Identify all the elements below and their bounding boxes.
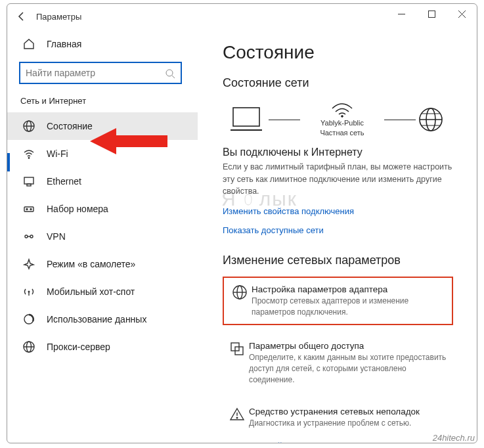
- option-title: Средство устранения сетевых неполадок: [249, 407, 451, 416]
- close-button[interactable]: [447, 4, 477, 24]
- svg-point-4: [166, 70, 173, 76]
- option-desc: Просмотр сетевых адаптеров и изменение п…: [252, 296, 448, 318]
- airplane-icon: [22, 258, 36, 270]
- connected-body: Если у вас лимитный тарифный план, вы мо…: [223, 161, 453, 196]
- sidebar-item-vpn[interactable]: VPN: [7, 223, 198, 250]
- sidebar-item-status[interactable]: Состояние: [7, 112, 198, 140]
- window-controls: [386, 4, 477, 24]
- main-content: Состояние Состояние сети Yablyk-Public Ч…: [204, 29, 477, 443]
- wifi-type: Частная сеть: [320, 129, 364, 137]
- connected-heading: Вы подключены к Интернету: [223, 146, 453, 158]
- nav-label: Режим «в самолете»: [47, 259, 135, 269]
- svg-point-26: [341, 116, 343, 118]
- sidebar-item-dialup[interactable]: Набор номера: [7, 195, 198, 223]
- option-title: Параметры общего доступа: [249, 341, 451, 351]
- svg-rect-10: [24, 177, 33, 184]
- window-title: Параметры: [36, 12, 81, 22]
- back-button[interactable]: [12, 11, 31, 22]
- nav-label: Wi-Fi: [47, 148, 68, 159]
- page-title: Состояние: [223, 42, 453, 63]
- minimize-button[interactable]: [386, 4, 416, 24]
- search-input[interactable]: Найти параметр: [19, 62, 182, 84]
- settings-window: Параметры Главная Найти параметр Сеть и …: [7, 3, 477, 443]
- datausage-icon: [22, 313, 36, 325]
- option-adapter-settings[interactable]: Настройка параметров адаптера Просмотр с…: [223, 277, 453, 326]
- option-sharing[interactable]: Параметры общего доступа Определите, к к…: [223, 336, 453, 390]
- network-diagram: Yablyk-Public Частная сеть: [223, 102, 453, 137]
- attribution: 24hitech.ru: [433, 433, 475, 443]
- svg-rect-25: [233, 108, 259, 126]
- link-change-connection-props[interactable]: Изменить свойства подключения: [223, 206, 453, 216]
- sidebar-item-datausage[interactable]: Использование данных: [7, 305, 198, 333]
- home-label: Главная: [47, 39, 81, 49]
- sidebar-item-airplane[interactable]: Режим «в самолете»: [7, 250, 198, 278]
- sidebar-item-proxy[interactable]: Прокси-сервер: [7, 333, 198, 361]
- dialup-icon: [22, 203, 36, 215]
- sidebar-item-wifi[interactable]: Wi-Fi: [7, 140, 198, 168]
- svg-point-13: [26, 209, 28, 210]
- change-network-heading: Изменение сетевых параметров: [223, 254, 453, 267]
- svg-point-16: [30, 235, 33, 238]
- home-icon: [22, 38, 36, 50]
- svg-point-14: [30, 209, 32, 210]
- ethernet-icon: [22, 175, 36, 187]
- sidebar-item-hotspot[interactable]: Мобильный хот-спот: [7, 278, 198, 305]
- nav-label: Прокси-сервер: [47, 342, 110, 352]
- troubleshoot-icon: [225, 407, 249, 429]
- wifi-name: Yablyk-Public: [320, 119, 364, 127]
- network-status-heading: Состояние сети: [223, 76, 453, 90]
- nav-label: Состояние: [47, 121, 93, 131]
- sharing-icon: [225, 341, 249, 385]
- sidebar-item-ethernet[interactable]: Ethernet: [7, 168, 198, 195]
- nav-label: Набор номера: [47, 204, 108, 214]
- nav-label: Мобильный хот-спот: [47, 286, 135, 297]
- option-title: Настройка параметров адаптера: [252, 284, 448, 294]
- search-icon: [165, 68, 175, 81]
- option-desc: Диагностика и устранение проблем с сетью…: [249, 418, 451, 429]
- sidebar: Главная Найти параметр Сеть и Интернет С…: [7, 29, 198, 443]
- svg-rect-12: [24, 207, 33, 212]
- svg-line-5: [172, 76, 175, 78]
- link-view-network-props[interactable]: Просмотр свойств сети: [223, 441, 453, 443]
- home-nav[interactable]: Главная: [7, 33, 198, 55]
- search-placeholder: Найти параметр: [26, 68, 95, 78]
- sidebar-section-label: Сеть и Интернет: [7, 96, 198, 112]
- svg-point-15: [25, 235, 28, 238]
- svg-point-38: [236, 417, 238, 418]
- wifi-diagram-icon: [330, 102, 354, 118]
- nav-label: Ethernet: [47, 176, 81, 187]
- option-troubleshoot[interactable]: Средство устранения сетевых неполадок Ди…: [223, 401, 453, 434]
- proxy-icon: [22, 341, 36, 353]
- connection-line: [269, 120, 300, 120]
- vpn-icon: [22, 231, 36, 242]
- globe-diagram-icon: [418, 107, 443, 132]
- svg-rect-1: [428, 11, 435, 17]
- link-show-networks[interactable]: Показать доступные сети: [223, 225, 453, 235]
- nav-label: VPN: [47, 231, 66, 242]
- status-icon: [22, 120, 36, 132]
- maximize-button[interactable]: [416, 4, 447, 24]
- nav-label: Использование данных: [47, 314, 146, 325]
- svg-rect-11: [27, 184, 31, 186]
- wifi-icon: [22, 148, 36, 160]
- laptop-icon: [227, 105, 266, 134]
- titlebar: Параметры: [7, 4, 477, 29]
- hotspot-icon: [22, 286, 36, 298]
- adapter-icon: [228, 284, 252, 318]
- option-desc: Определите, к каким данным вы хотите пре…: [249, 352, 451, 385]
- svg-point-9: [28, 158, 29, 158]
- connection-line: [384, 120, 416, 120]
